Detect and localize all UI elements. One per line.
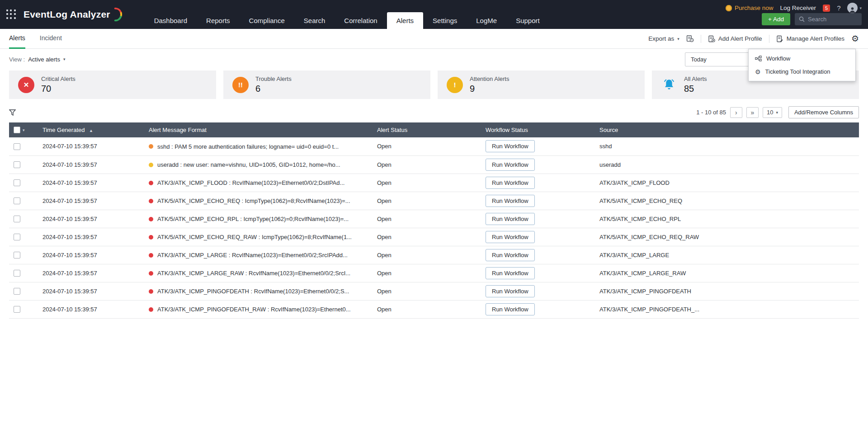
avatar: [847, 3, 858, 13]
nav-item-reports[interactable]: Reports: [197, 12, 240, 29]
next-page-button[interactable]: ›: [730, 107, 742, 118]
alert-message[interactable]: ATK/5/ATK_ICMP_ECHO_RPL : IcmpType(1062)…: [157, 216, 349, 222]
run-workflow-button[interactable]: Run Workflow: [486, 231, 535, 243]
view-selector[interactable]: Active alerts ▾: [28, 56, 65, 63]
nav-item-logme[interactable]: LogMe: [467, 12, 506, 29]
menu-item-workflow[interactable]: Workflow: [749, 52, 855, 65]
workflow-status-cell: Run Workflow: [481, 174, 595, 192]
row-checkbox[interactable]: [14, 197, 20, 204]
row-checkbox[interactable]: [14, 252, 20, 258]
alert-message[interactable]: ATK/3/ATK_ICMP_PINGOFDEATH : RcvIfName(1…: [157, 288, 349, 295]
alert-status: Open: [373, 155, 481, 174]
alert-message[interactable]: sshd : PAM 5 more authentication failure…: [157, 143, 339, 150]
user-menu[interactable]: ▾: [847, 3, 862, 13]
chevron-down-icon: ▾: [859, 6, 862, 10]
row-checkbox[interactable]: [14, 270, 20, 277]
app-logo-text: EventLog Analyzer: [24, 9, 110, 20]
nav-item-compliance[interactable]: Compliance: [240, 12, 294, 29]
row-checkbox[interactable]: [14, 216, 20, 222]
severity-dot-icon: [149, 217, 153, 221]
gear-icon: ⚙: [851, 34, 859, 43]
search-box[interactable]: [795, 13, 862, 25]
settings-gear-button[interactable]: ⚙: [851, 34, 859, 43]
column-header-alert-message-format[interactable]: Alert Message Format: [144, 122, 373, 137]
alert-message[interactable]: ATK/3/ATK_ICMP_LARGE_RAW : RcvIfName(102…: [157, 270, 350, 277]
topbar: EventLog Analyzer Dashboard Reports Comp…: [0, 0, 868, 29]
card-attention-alerts[interactable]: ! Attention Alerts 9: [438, 70, 645, 99]
filter-button[interactable]: [9, 109, 16, 116]
run-workflow-button[interactable]: Run Workflow: [486, 285, 535, 297]
card-trouble-alerts[interactable]: !! Trouble Alerts 6: [223, 70, 430, 99]
row-checkbox-cell: [9, 300, 38, 318]
select-all-checkbox[interactable]: [14, 127, 20, 133]
manage-alert-profiles-button[interactable]: Manage Alert Profiles: [776, 35, 844, 42]
log-receiver-link[interactable]: Log Receiver: [780, 5, 816, 11]
alert-message[interactable]: ATK/3/ATK_ICMP_FLOOD : RcvIfName(1023)=E…: [157, 179, 344, 186]
row-checkbox[interactable]: [14, 288, 20, 295]
workflow-status-cell: Run Workflow: [481, 210, 595, 228]
card-label: Trouble Alerts: [255, 75, 292, 82]
row-checkbox[interactable]: [14, 161, 20, 168]
run-workflow-button[interactable]: Run Workflow: [486, 195, 535, 207]
nav-item-settings[interactable]: Settings: [423, 12, 467, 29]
apps-grid-icon[interactable]: [6, 9, 16, 19]
alert-message[interactable]: ATK/5/ATK_ICMP_ECHO_REQ_RAW : IcmpType(1…: [157, 234, 352, 240]
run-workflow-button[interactable]: Run Workflow: [486, 159, 535, 171]
alert-source: useradd: [595, 155, 859, 174]
alert-time: 2024-07-10 15:39:57: [38, 155, 144, 174]
last-page-icon: »: [751, 109, 755, 116]
tab-incident[interactable]: Incident: [40, 29, 62, 49]
run-workflow-button[interactable]: Run Workflow: [486, 303, 535, 315]
alert-message[interactable]: useradd : new user: name=vishnu, UID=100…: [157, 161, 340, 168]
menu-item-ticketing-tool-integration[interactable]: ⚙ Ticketing Tool Integration: [749, 65, 855, 78]
nav-item-alerts[interactable]: Alerts: [387, 12, 423, 29]
alert-message-cell: sshd : PAM 5 more authentication failure…: [144, 137, 373, 155]
alert-time: 2024-07-10 15:39:57: [38, 228, 144, 246]
nav-item-dashboard[interactable]: Dashboard: [145, 12, 197, 29]
tab-alerts[interactable]: Alerts: [9, 29, 25, 49]
export-as-button[interactable]: Export as ▾: [648, 35, 679, 42]
alert-status: Open: [373, 282, 481, 300]
alert-message[interactable]: ATK/3/ATK_ICMP_LARGE : RcvIfName(1023)=E…: [157, 252, 348, 258]
export-history-button[interactable]: [686, 35, 694, 42]
card-label: Critical Alerts: [41, 75, 75, 82]
run-workflow-button[interactable]: Run Workflow: [486, 177, 535, 189]
alert-message-cell: ATK/3/ATK_ICMP_LARGE_RAW : RcvIfName(102…: [144, 264, 373, 282]
run-workflow-button[interactable]: Run Workflow: [486, 249, 535, 261]
add-remove-columns-button[interactable]: Add/Remove Columns: [788, 106, 859, 118]
add-button[interactable]: + Add: [762, 13, 790, 25]
alert-time: 2024-07-10 15:39:57: [38, 210, 144, 228]
row-checkbox-cell: [9, 155, 38, 174]
workflow-status-cell: Run Workflow: [481, 228, 595, 246]
run-workflow-button[interactable]: Run Workflow: [486, 267, 535, 279]
alert-source: ATK/3/ATK_ICMP_PINGOFDEATH: [595, 282, 859, 300]
run-workflow-button[interactable]: Run Workflow: [486, 213, 535, 225]
page-size-select[interactable]: 10 ▾: [763, 107, 782, 118]
alert-message-cell: ATK/3/ATK_ICMP_PINGOFDEATH_RAW : RcvIfNa…: [144, 300, 373, 318]
last-page-button[interactable]: »: [746, 107, 759, 118]
column-header-source[interactable]: Source: [595, 122, 859, 137]
column-header-workflow-status[interactable]: Workflow Status: [481, 122, 595, 137]
purchase-now-link[interactable]: Purchase now: [726, 5, 774, 11]
select-all-caret-icon[interactable]: ▾: [23, 128, 25, 132]
help-icon[interactable]: ?: [837, 4, 840, 12]
column-header-time-generated[interactable]: Time Generated ▲: [38, 122, 144, 137]
severity-dot-icon: [149, 289, 153, 294]
alert-message[interactable]: ATK/5/ATK_ICMP_ECHO_REQ : IcmpType(1062)…: [157, 197, 350, 204]
card-critical-alerts[interactable]: ✕ Critical Alerts 70: [9, 70, 216, 99]
search-input[interactable]: [808, 16, 858, 23]
alert-message[interactable]: ATK/3/ATK_ICMP_PINGOFDEATH_RAW : RcvIfNa…: [157, 306, 351, 313]
nav-item-correlation[interactable]: Correlation: [335, 12, 387, 29]
add-alert-profile-button[interactable]: Add Alert Profile: [708, 35, 762, 42]
nav-item-search[interactable]: Search: [294, 12, 335, 29]
nav-item-support[interactable]: Support: [506, 12, 549, 29]
row-checkbox[interactable]: [14, 234, 20, 240]
row-checkbox[interactable]: [14, 143, 20, 150]
run-workflow-button[interactable]: Run Workflow: [486, 140, 535, 152]
row-checkbox[interactable]: [14, 179, 20, 186]
alert-time: 2024-07-10 15:39:57: [38, 246, 144, 264]
notification-badge[interactable]: 5: [823, 5, 830, 12]
alert-source: ATK/5/ATK_ICMP_ECHO_REQ: [595, 192, 859, 210]
row-checkbox[interactable]: [14, 306, 20, 313]
column-header-alert-status[interactable]: Alert Status: [373, 122, 481, 137]
